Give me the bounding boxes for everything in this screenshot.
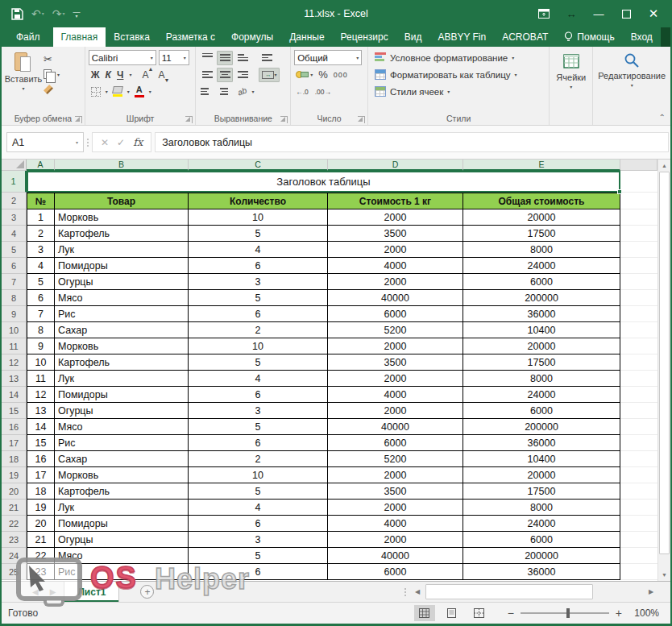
maximize-button[interactable] [612, 2, 640, 26]
align-bottom-button[interactable] [234, 51, 251, 65]
cell-price[interactable]: 2000 [328, 500, 463, 516]
cell-num[interactable]: 15 [27, 435, 55, 451]
cell-num[interactable]: 14 [27, 419, 55, 435]
cell-price[interactable]: 6000 [328, 435, 463, 451]
cell-qty[interactable]: 4 [189, 242, 328, 258]
row-header[interactable]: 7 [2, 274, 27, 290]
sign-in-button[interactable]: Вход [623, 27, 661, 47]
align-middle-button[interactable] [217, 51, 233, 65]
cell-qty[interactable]: 6 [189, 258, 328, 274]
cell-num[interactable]: 22 [27, 548, 55, 564]
horizontal-scrollbar[interactable]: ◀ ▶ [404, 582, 670, 602]
number-format-combo[interactable]: Общий▾ [294, 50, 362, 65]
merge-center-button[interactable]: ↔▾ [259, 68, 280, 82]
cell-num[interactable]: 20 [27, 516, 55, 532]
name-box-dropdown[interactable]: ▾ [76, 139, 78, 145]
cell-product[interactable]: Огурцы [55, 532, 189, 548]
empty-cell[interactable] [620, 290, 657, 306]
row-header[interactable]: 10 [2, 322, 27, 338]
cell-price[interactable]: 2000 [328, 274, 463, 290]
cell-product[interactable]: Картофель [55, 354, 189, 371]
cell-price[interactable]: 2000 [328, 371, 463, 387]
cell-price[interactable]: 2000 [328, 338, 463, 354]
cell-product[interactable]: Помидоры [55, 258, 189, 274]
page-layout-view-button[interactable] [442, 605, 463, 621]
tab-acrobat[interactable]: ACROBAT [494, 27, 556, 47]
cell-total[interactable]: 17500 [463, 226, 620, 242]
column-header-d[interactable]: D [328, 160, 463, 171]
ribbon-display-options-icon[interactable] [530, 2, 558, 26]
cell-qty[interactable]: 2 [189, 451, 328, 467]
copy-icon[interactable]: ▾ [44, 68, 60, 81]
paste-button[interactable]: Вставить ▾ [5, 49, 42, 112]
increase-indent-icon[interactable] [217, 88, 228, 95]
cell-qty[interactable]: 2 [189, 322, 328, 338]
row-header[interactable]: 21 [2, 500, 27, 516]
format-painter-icon[interactable] [44, 83, 60, 96]
font-name-combo[interactable]: Calibri▾ [89, 50, 156, 65]
empty-cell[interactable] [620, 322, 657, 338]
row-header[interactable]: 3 [2, 209, 27, 226]
merged-title-cell[interactable]: Заголовок таблицы [27, 171, 620, 193]
cell-qty[interactable]: 5 [189, 483, 328, 500]
cell-product[interactable]: Картофель [55, 483, 189, 500]
page-break-view-button[interactable] [469, 605, 490, 621]
empty-cell[interactable] [620, 548, 657, 564]
header-cell-price[interactable]: Стоимость 1 кг [328, 193, 463, 209]
cell-price[interactable]: 2000 [328, 532, 463, 548]
cell-price[interactable]: 4000 [328, 387, 463, 403]
cell-price[interactable]: 4000 [328, 258, 463, 274]
cell-total[interactable]: 20000 [463, 209, 620, 226]
cell-price[interactable]: 40000 [328, 290, 463, 306]
cell-total[interactable]: 200000 [463, 548, 620, 564]
cancel-icon[interactable]: ✕ [101, 137, 109, 148]
fill-color-button[interactable] [113, 86, 122, 97]
conditional-formatting-button[interactable]: Условное форматирование▾ [375, 49, 517, 66]
row-header-2[interactable]: 2 [2, 193, 27, 209]
row-header[interactable]: 12 [2, 354, 27, 371]
empty-cell[interactable] [620, 209, 657, 226]
bold-button[interactable]: Ж [91, 69, 100, 81]
header-cell-qty[interactable]: Количество [189, 193, 328, 209]
cell-product[interactable]: Лук [55, 500, 189, 516]
row-header[interactable]: 9 [2, 306, 27, 322]
minimize-button[interactable]: — [585, 2, 612, 26]
cell-product[interactable]: Картофель [55, 226, 189, 242]
cell-price[interactable]: 2000 [328, 209, 463, 226]
cell-product[interactable]: Морковь [55, 338, 189, 354]
cell-num[interactable]: 9 [27, 338, 55, 354]
cell-price[interactable]: 6000 [328, 306, 463, 322]
empty-cell[interactable] [620, 387, 657, 403]
cell-product[interactable]: Рис [55, 435, 189, 451]
increase-decimal-icon[interactable]: ←.0 [296, 88, 309, 96]
accounting-format-icon[interactable]: ▾ [296, 71, 313, 78]
cell-total[interactable]: 8000 [463, 500, 620, 516]
empty-cell[interactable] [620, 242, 657, 258]
cell-price[interactable]: 5200 [328, 322, 463, 338]
borders-button[interactable] [91, 87, 101, 97]
cell-product[interactable]: Рис [55, 306, 189, 322]
borders-dropdown[interactable]: ▾ [106, 89, 108, 94]
underline-button[interactable]: Ч [117, 69, 123, 81]
empty-cell[interactable] [620, 171, 657, 193]
customize-qat-icon[interactable]: —▾ [73, 10, 81, 18]
row-header[interactable]: 6 [2, 258, 27, 274]
cell-qty[interactable]: 10 [189, 467, 328, 483]
formula-input[interactable]: Заголовок таблицы [155, 132, 669, 152]
prev-sheet-icon[interactable]: ◀ [32, 587, 39, 596]
empty-cell[interactable] [620, 306, 657, 322]
align-right-button[interactable] [234, 68, 251, 82]
cell-product[interactable]: Морковь [55, 209, 189, 226]
cell-product[interactable]: Огурцы [55, 274, 189, 290]
cell-qty[interactable]: 10 [189, 209, 328, 226]
cell-product[interactable]: Лук [55, 242, 189, 258]
empty-cell[interactable] [620, 338, 657, 354]
name-box[interactable]: A1 ▾ [6, 132, 84, 152]
row-header[interactable]: 15 [2, 403, 27, 419]
grow-font-button[interactable]: А▲ [142, 69, 152, 81]
cell-price[interactable]: 40000 [328, 548, 463, 564]
row-header[interactable]: 23 [2, 532, 27, 548]
cell-qty[interactable]: 10 [189, 338, 328, 354]
undo-icon[interactable]: ↶▾ [31, 8, 44, 19]
cell-num[interactable]: 13 [27, 403, 55, 419]
